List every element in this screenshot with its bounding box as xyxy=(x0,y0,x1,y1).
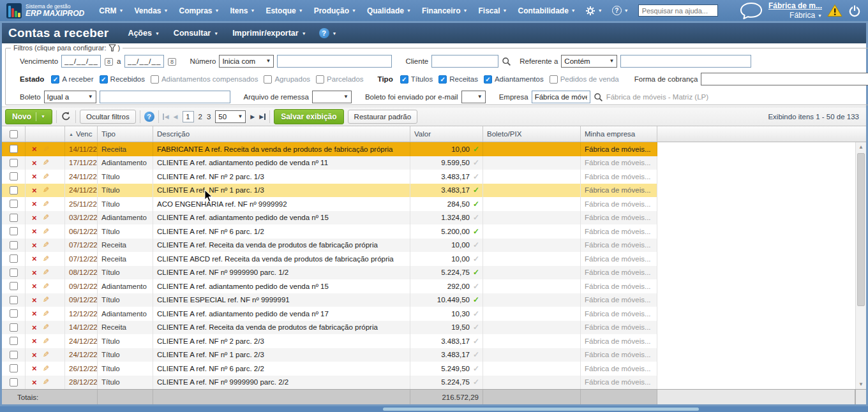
row-checkbox[interactable] xyxy=(10,337,18,345)
edit-pencil-icon[interactable]: ✎ xyxy=(43,269,49,276)
table-row[interactable]: ×✎14/12/22ReceitaCLIENTE A ref. Receita … xyxy=(2,321,866,335)
row-checkbox[interactable] xyxy=(10,323,18,332)
nav-menu-financeiro[interactable]: Financeiro▼ xyxy=(422,6,468,15)
row-checkbox[interactable] xyxy=(10,378,18,386)
table-row[interactable]: ×✎24/11/22TítuloCLIENTE A ref. NF nº 2 p… xyxy=(2,170,866,184)
delete-icon[interactable]: × xyxy=(32,241,37,249)
edit-pencil-icon[interactable]: ✎ xyxy=(43,337,49,345)
horizontal-scrollbar[interactable] xyxy=(0,406,868,412)
title-menu-consultar[interactable]: Consultar▼ xyxy=(174,29,218,38)
row-checkbox[interactable] xyxy=(10,351,18,359)
tipo-checkbox-titulos[interactable]: ✓Títulos xyxy=(400,75,433,84)
delete-icon[interactable]: × xyxy=(32,186,37,195)
table-row[interactable]: ×✎25/11/22TítuloACO ENGENHARIA ref. NF n… xyxy=(2,197,866,211)
column-header-descricao[interactable]: Descrição xyxy=(153,126,410,142)
boleto-input[interactable] xyxy=(100,91,230,103)
restaurar-padrao-button[interactable]: Restaurar padrão xyxy=(348,110,418,124)
delete-icon[interactable]: × xyxy=(32,227,37,235)
ocultar-filtros-button[interactable]: Ocultar filtros xyxy=(80,110,136,124)
prev-page-button[interactable]: ◀ xyxy=(174,114,178,120)
table-row[interactable]: ×✎28/12/22TítuloCLIENTE A ref. NF nº 999… xyxy=(2,376,866,390)
help-icon[interactable]: ? xyxy=(144,112,154,122)
last-page-button[interactable]: ▶ xyxy=(259,114,266,120)
nav-menu-crm[interactable]: CRM▼ xyxy=(99,6,123,15)
column-header-venc[interactable]: ▲ Venc xyxy=(65,126,98,142)
vencimento-to-input[interactable] xyxy=(124,55,164,68)
search-icon[interactable] xyxy=(594,92,603,102)
table-row[interactable]: ×✎24/12/22TítuloCLIENTE A ref. NF nº 1 p… xyxy=(2,348,866,362)
delete-icon[interactable]: × xyxy=(32,145,37,153)
tipo-checkbox-adiantamentos[interactable]: ✓Adiantamentos xyxy=(484,75,544,84)
row-checkbox[interactable] xyxy=(10,145,18,153)
edit-pencil-icon[interactable]: ✎ xyxy=(43,310,49,318)
title-help-menu[interactable]: ? ▼ xyxy=(319,28,337,38)
table-row[interactable]: ×✎07/12/22ReceitaCLIENTE A ref. Receita … xyxy=(2,239,866,253)
nav-menu-compras[interactable]: Compras▼ xyxy=(179,6,219,15)
page-link-2[interactable]: 2 xyxy=(198,113,202,121)
nav-menu-vendas[interactable]: Vendas▼ xyxy=(135,6,168,15)
row-checkbox[interactable] xyxy=(10,159,18,167)
forma-cobranca-select[interactable]: ▼ xyxy=(701,73,868,85)
nav-menu-qualidade[interactable]: Qualidade▼ xyxy=(367,6,411,15)
nav-menu-contabilidade[interactable]: Contabilidade▼ xyxy=(518,6,575,15)
select-all-checkbox[interactable] xyxy=(10,130,18,138)
estado-checkbox-recebidos[interactable]: ✓Recebidos xyxy=(100,75,145,84)
estado-checkbox-adiantamentos-compensados[interactable]: Adiantamentos compensados xyxy=(151,75,258,84)
novo-button[interactable]: Novo ▼ xyxy=(5,109,52,124)
company-selector[interactable]: Fábrica ▼ xyxy=(768,11,822,20)
row-checkbox[interactable] xyxy=(10,172,18,180)
referente-operator-select[interactable]: Contém ▼ xyxy=(561,55,617,68)
row-checkbox[interactable] xyxy=(10,254,18,263)
delete-icon[interactable]: × xyxy=(32,309,37,318)
power-icon[interactable] xyxy=(848,4,862,18)
vertical-scrollbar[interactable]: ▲ ▼ xyxy=(855,142,866,389)
row-checkbox[interactable] xyxy=(10,309,18,318)
edit-pencil-icon[interactable]: ✎ xyxy=(43,323,49,331)
scroll-up-icon[interactable]: ▲ xyxy=(856,144,866,150)
table-row[interactable]: ×✎09/12/22AdiantamentoCLIENTE A ref. adi… xyxy=(2,279,866,293)
table-row[interactable]: ×✎24/11/22TítuloCLIENTE A ref. NF nº 1 p… xyxy=(2,184,866,198)
nav-menu-fiscal[interactable]: Fiscal▼ xyxy=(479,6,507,15)
warning-icon[interactable] xyxy=(827,4,842,17)
delete-icon[interactable]: × xyxy=(32,296,37,304)
salvar-exibicao-button[interactable]: Salvar exibição xyxy=(274,109,343,124)
column-header-empresa[interactable]: Minha empresa xyxy=(581,126,657,142)
delete-icon[interactable]: × xyxy=(32,269,37,277)
calendar-icon[interactable]: 8 xyxy=(104,57,114,66)
tipo-checkbox-pedidos-de-venda[interactable]: Pedidos de venda xyxy=(550,75,619,84)
scrollbar-thumb[interactable] xyxy=(857,153,865,306)
boleto-email-select[interactable]: ▼ xyxy=(461,91,486,103)
delete-icon[interactable]: × xyxy=(32,323,37,332)
calendar-icon[interactable]: 8 xyxy=(167,57,177,66)
table-row[interactable]: ×✎07/12/22ReceitaCLIENTE ABCD ref. Recei… xyxy=(2,252,866,266)
delete-icon[interactable]: × xyxy=(32,214,37,222)
edit-pencil-icon[interactable]: ✎ xyxy=(43,378,49,386)
edit-pencil-icon[interactable]: ✎ xyxy=(43,296,49,304)
edit-pencil-icon[interactable]: ✎ xyxy=(43,173,49,180)
table-row[interactable]: ×✎09/12/22TítuloCLIENTE ESPECIAL ref. NF… xyxy=(2,293,866,307)
help-menu[interactable]: ? ▼ xyxy=(612,6,629,15)
column-header-boleto[interactable]: Boleto/PIX xyxy=(483,126,581,142)
edit-pencil-icon[interactable]: ✎ xyxy=(43,214,49,221)
settings-menu[interactable]: ▼ xyxy=(585,6,602,16)
table-row[interactable]: ×✎26/12/22TítuloCLIENTE A ref. NF nº 6 p… xyxy=(2,362,866,376)
current-page[interactable]: 1 xyxy=(183,111,194,122)
row-checkbox[interactable] xyxy=(10,241,18,249)
scroll-down-icon[interactable]: ▼ xyxy=(856,381,866,387)
edit-pencil-icon[interactable]: ✎ xyxy=(43,145,49,153)
table-row[interactable]: ×✎17/11/22AdiantamentoCLIENTE A ref. adi… xyxy=(2,156,866,170)
boleto-operator-select[interactable]: Igual a ▼ xyxy=(44,91,96,103)
numero-input[interactable] xyxy=(277,55,392,68)
row-checkbox[interactable] xyxy=(10,200,18,208)
edit-pencil-icon[interactable]: ✎ xyxy=(43,255,49,263)
table-row[interactable]: ×✎24/12/22TítuloCLIENTE A ref. NF nº 2 p… xyxy=(2,334,866,348)
column-header-tipo[interactable]: Tipo xyxy=(98,126,153,142)
refresh-icon[interactable] xyxy=(61,111,71,122)
row-checkbox[interactable] xyxy=(10,214,18,222)
row-checkbox[interactable] xyxy=(10,227,18,235)
referente-input[interactable] xyxy=(620,55,751,68)
edit-pencil-icon[interactable]: ✎ xyxy=(43,283,49,290)
company-link[interactable]: Fábrica de m... xyxy=(768,1,822,11)
app-logo[interactable]: Sistema de gestão ERP MAXIPROD xyxy=(6,3,84,18)
delete-icon[interactable]: × xyxy=(32,159,37,167)
